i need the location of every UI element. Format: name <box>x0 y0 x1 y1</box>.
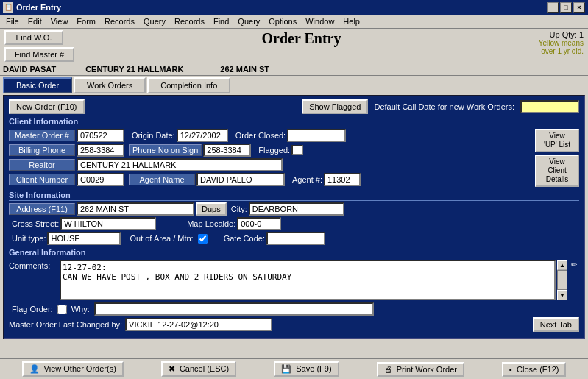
order-closed-label: Order Closed: <box>235 131 286 140</box>
origin-date-label: Origin Date: <box>132 131 175 140</box>
realtor-label: Realtor <box>9 159 75 171</box>
menu-form[interactable]: Form <box>72 15 100 27</box>
scroll-down-icon[interactable]: ▼ <box>557 290 567 300</box>
client-number-label: Client Number <box>9 174 75 185</box>
customer-name: DAVID PASAT <box>3 65 56 74</box>
menu-help[interactable]: Help <box>339 15 364 27</box>
title-bar-text: Order Entry <box>16 3 61 12</box>
flag-order-label: Flag Order: <box>12 305 53 314</box>
view-orders-button[interactable]: 👤 View Other Order(s) <box>22 361 124 377</box>
agent-name-input[interactable] <box>196 173 285 186</box>
master-order-label: Master Order # <box>9 130 75 141</box>
origin-date-input[interactable] <box>177 129 228 142</box>
tabs-row: Basic Order Work Orders Completion Info <box>0 76 588 93</box>
flagged-label: Flagged: <box>258 146 290 155</box>
cross-street-label: Cross Street: <box>12 219 59 228</box>
menu-find[interactable]: Find <box>209 15 233 27</box>
menu-options[interactable]: Options <box>264 15 301 27</box>
client-info-section: Client Information Master Order # Origin… <box>9 117 579 188</box>
cancel-icon: ✖ <box>169 364 175 373</box>
close-button[interactable]: × <box>573 2 585 13</box>
print-button[interactable]: 🖨 Print Work Order <box>377 362 464 377</box>
print-icon: 🖨 <box>384 365 392 374</box>
bottom-toolbar: 👤 View Other Order(s) ✖ Cancel (ESC) 💾 S… <box>0 358 588 379</box>
app-icon: 📋 <box>3 2 13 13</box>
find-master-button[interactable]: Find Master # <box>4 47 74 62</box>
minimize-button[interactable]: _ <box>547 2 559 13</box>
find-wo-button[interactable]: Find W.O. <box>4 30 63 45</box>
menu-window[interactable]: Window <box>301 15 339 27</box>
tab-completion-info[interactable]: Completion Info <box>147 77 230 93</box>
menu-file[interactable]: File <box>1 15 24 27</box>
menu-edit[interactable]: Edit <box>24 15 46 27</box>
site-info-section: Site Information Address (F11) Dups City… <box>9 191 579 245</box>
default-call-date-input[interactable] <box>520 100 579 113</box>
yellow-note: Yellow means <box>510 39 584 47</box>
realtor-input[interactable] <box>77 158 283 171</box>
address-label: Address (F11) <box>9 203 75 215</box>
show-flagged-button[interactable]: Show Flagged <box>302 99 368 114</box>
view-orders-icon: 👤 <box>29 364 40 373</box>
unit-type-label: Unit type: <box>12 234 46 243</box>
address-input[interactable] <box>77 202 194 216</box>
billing-phone-input[interactable] <box>77 144 124 157</box>
next-tab-button[interactable]: Next Tab <box>533 317 579 332</box>
yellow-note2: over 1 yr old. <box>510 47 584 55</box>
map-locaide-input[interactable] <box>237 217 281 230</box>
menu-records1[interactable]: Records <box>100 15 139 27</box>
client-number-input[interactable] <box>77 173 124 186</box>
view-up-list-button[interactable]: View'UP' List <box>535 129 579 152</box>
phone-sign-label: Phone No on Sign <box>129 144 202 156</box>
info-bar: DAVID PASAT CENTURY 21 HALLMARK 262 MAIN… <box>0 63 588 76</box>
billing-phone-label: Billing Phone <box>9 144 75 156</box>
comments-label: Comments: <box>9 260 57 270</box>
agent-no-input[interactable] <box>324 173 361 186</box>
save-icon: 💾 <box>281 364 291 373</box>
order-closed-input[interactable] <box>287 129 346 142</box>
agent-no-label: Agent #: <box>292 175 322 184</box>
customer-address: 262 MAIN ST <box>220 65 269 74</box>
menu-records2[interactable]: Records <box>170 15 209 27</box>
cancel-button[interactable]: ✖ Cancel (ESC) <box>161 361 236 377</box>
close-button-bottom[interactable]: ▪ Close (F12) <box>502 362 566 377</box>
gate-code-input[interactable] <box>266 232 325 245</box>
out-of-area-checkbox[interactable] <box>198 234 208 244</box>
new-order-button[interactable]: New Order (F10) <box>9 99 85 114</box>
agent-name-label: Agent Name <box>129 174 195 185</box>
up-qty-label: Up Qty: 1 <box>510 30 584 39</box>
out-of-area-label: Out of Area / Mtn: <box>130 234 193 243</box>
comments-textarea[interactable]: 12-27-02: CAN WE HAVE POST , BOX AND 2 R… <box>60 260 556 300</box>
dups-button[interactable]: Dups <box>196 202 227 216</box>
gate-code-label: Gate Code: <box>224 234 265 243</box>
edit-icon[interactable]: ✏ <box>571 261 577 269</box>
menu-view[interactable]: View <box>46 15 73 27</box>
menu-bar: File Edit View Form Records Query Record… <box>0 15 588 29</box>
unit-type-input[interactable] <box>47 232 121 245</box>
general-info-label: General Information <box>9 248 579 258</box>
why-input[interactable] <box>94 302 374 316</box>
tab-work-orders[interactable]: Work Orders <box>74 77 146 93</box>
menu-query2[interactable]: Query <box>233 15 264 27</box>
last-changed-label: Master Order Last Changed by: <box>9 320 122 329</box>
scroll-up-icon[interactable]: ▲ <box>557 260 567 270</box>
why-label: Why: <box>71 305 90 314</box>
title-bar: 📋 Order Entry _ □ × <box>0 0 588 15</box>
city-label: City: <box>231 205 247 213</box>
last-changed-input <box>125 318 272 331</box>
save-button[interactable]: 💾 Save (F9) <box>274 361 339 377</box>
main-panel: New Order (F10) Show Flagged Default Cal… <box>3 95 585 339</box>
flagged-input[interactable] <box>291 145 303 155</box>
view-client-button[interactable]: ViewClientDetails <box>535 155 579 187</box>
general-info-section: General Information Comments: 12-27-02: … <box>9 248 579 332</box>
flag-order-checkbox[interactable] <box>57 305 67 314</box>
phone-sign-input[interactable] <box>203 144 251 157</box>
menu-query1[interactable]: Query <box>139 15 170 27</box>
site-info-label: Site Information <box>9 191 579 201</box>
page-title: Order Entry <box>93 30 510 47</box>
tab-basic-order[interactable]: Basic Order <box>3 77 72 93</box>
master-order-input[interactable] <box>77 129 124 142</box>
maximize-button[interactable]: □ <box>560 2 572 13</box>
default-call-date-label: Default Call Date for new Work Orders: <box>374 102 514 111</box>
city-input[interactable] <box>249 202 344 216</box>
cross-street-input[interactable] <box>60 217 156 230</box>
